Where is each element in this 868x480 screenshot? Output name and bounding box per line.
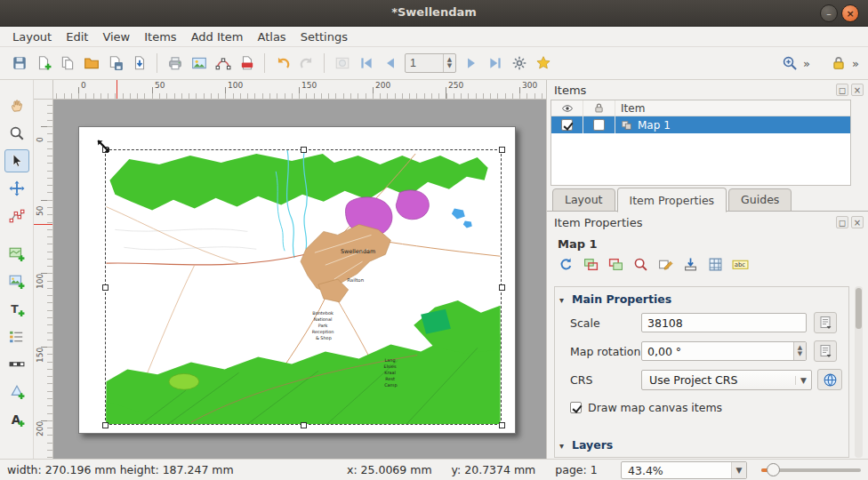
view-map-extent-button[interactable] bbox=[604, 253, 627, 275]
first-feature-button[interactable] bbox=[354, 52, 378, 75]
export-image-button[interactable] bbox=[187, 52, 211, 75]
scale-input[interactable] bbox=[641, 313, 807, 332]
export-pdf-button[interactable] bbox=[235, 52, 259, 75]
crs-combobox[interactable]: Use Project CRS ▼ bbox=[641, 370, 812, 390]
menu-items[interactable]: Items bbox=[137, 28, 183, 46]
atlas-page-input[interactable] bbox=[406, 54, 443, 72]
visibility-checkbox[interactable] bbox=[561, 119, 573, 131]
atlas-settings-button[interactable] bbox=[507, 52, 531, 75]
layout-canvas[interactable]: Swellendam Railton Bontebok National Par… bbox=[53, 100, 546, 459]
properties-scrollbar[interactable] bbox=[855, 286, 863, 458]
rotation-data-defined-button[interactable] bbox=[814, 340, 837, 362]
tab-guides[interactable]: Guides bbox=[728, 188, 792, 212]
ruler-number: 200 bbox=[36, 421, 44, 436]
undo-button[interactable] bbox=[270, 52, 294, 75]
menu-layout[interactable]: Layout bbox=[5, 28, 59, 46]
preview-atlas-button[interactable] bbox=[330, 52, 354, 75]
close-panel-button[interactable]: × bbox=[851, 216, 864, 228]
selection-handle[interactable] bbox=[301, 147, 307, 153]
draw-canvas-items-row[interactable]: Draw map canvas items bbox=[570, 401, 722, 414]
selection-handle[interactable] bbox=[499, 422, 505, 428]
crs-select-button[interactable] bbox=[817, 369, 842, 390]
scrollbar-thumb[interactable] bbox=[856, 288, 862, 329]
lock-checkbox[interactable] bbox=[593, 119, 605, 131]
float-panel-button[interactable]: ◻ bbox=[836, 216, 848, 228]
map-rotation-spinbox[interactable]: ▲▼ bbox=[641, 341, 807, 361]
zoom-slider[interactable] bbox=[761, 461, 861, 479]
set-map-scale-button[interactable] bbox=[629, 253, 652, 275]
ruler-cursor-indicator bbox=[34, 224, 52, 225]
close-button[interactable]: × bbox=[841, 4, 859, 22]
main-properties-section-header[interactable]: Main Properties bbox=[572, 292, 671, 306]
tab-layout[interactable]: Layout bbox=[552, 188, 615, 212]
add-label-button[interactable]: T bbox=[4, 298, 29, 321]
menu-edit[interactable]: Edit bbox=[59, 28, 95, 46]
close-panel-button[interactable]: × bbox=[851, 84, 864, 96]
menu-add-item[interactable]: Add Item bbox=[184, 28, 251, 46]
manage-grids-button[interactable] bbox=[703, 253, 727, 275]
menu-settings[interactable]: Settings bbox=[293, 28, 355, 46]
add-legend-button[interactable] bbox=[4, 325, 29, 348]
spin-arrows-icon[interactable]: ▲▼ bbox=[793, 342, 806, 360]
update-map-preview-button[interactable] bbox=[554, 253, 577, 275]
scale-data-defined-button[interactable] bbox=[814, 312, 837, 333]
layers-section-header[interactable]: Layers bbox=[572, 438, 613, 452]
new-layout-button[interactable] bbox=[31, 52, 55, 75]
labeling-settings-button[interactable]: abc bbox=[728, 253, 751, 275]
set-map-extent-button[interactable] bbox=[579, 253, 602, 275]
zoom-level-combobox[interactable]: 43.4% ▼ bbox=[621, 461, 747, 479]
float-panel-button[interactable]: ◻ bbox=[836, 84, 848, 96]
zoom-in-button[interactable] bbox=[777, 52, 801, 75]
collapse-arrow-icon[interactable]: ▾ bbox=[559, 441, 564, 451]
select-move-item-button[interactable] bbox=[4, 149, 29, 172]
add-scalebar-button[interactable] bbox=[4, 353, 29, 376]
menu-view[interactable]: View bbox=[95, 28, 137, 46]
lock-items-button[interactable] bbox=[826, 52, 850, 75]
items-table-row[interactable]: Map 1 bbox=[551, 116, 850, 133]
ruler-number: 200 bbox=[375, 81, 390, 90]
map-item-preview[interactable]: Swellendam Railton Bontebok National Par… bbox=[105, 149, 502, 425]
save-project-button[interactable] bbox=[7, 52, 31, 75]
toolbar-overflow-button-2[interactable]: » bbox=[850, 57, 861, 70]
export-svg-button[interactable] bbox=[211, 52, 235, 75]
collapse-arrow-icon[interactable]: ▾ bbox=[559, 295, 564, 305]
previous-feature-button[interactable] bbox=[378, 52, 402, 75]
edit-nodes-item-button[interactable] bbox=[4, 204, 29, 228]
slider-thumb[interactable] bbox=[767, 463, 780, 476]
map-rotation-input[interactable] bbox=[641, 341, 807, 361]
export-atlas-button[interactable] bbox=[531, 52, 555, 75]
duplicate-layout-button[interactable] bbox=[55, 52, 79, 75]
zoom-tool-button[interactable] bbox=[4, 122, 29, 145]
redo-button[interactable] bbox=[294, 52, 318, 75]
map-preview-svg: Swellendam Railton Bontebok National Par… bbox=[106, 150, 501, 424]
print-layout-button[interactable] bbox=[163, 52, 187, 75]
titlebar[interactable]: *Swellendam – × bbox=[0, 0, 868, 27]
toolbar-overflow-button[interactable]: » bbox=[801, 57, 812, 70]
add-map-button[interactable] bbox=[4, 243, 29, 266]
import-extent-button[interactable] bbox=[679, 253, 702, 275]
save-as-template-button[interactable] bbox=[103, 52, 127, 75]
add-shape-button[interactable] bbox=[4, 380, 29, 404]
selection-handle[interactable] bbox=[499, 284, 505, 291]
add-attribute-table-button[interactable]: A bbox=[4, 408, 29, 431]
selection-handle[interactable] bbox=[102, 422, 108, 428]
add-picture-button[interactable] bbox=[4, 270, 29, 293]
pan-tool-button[interactable] bbox=[4, 94, 29, 117]
tab-item-properties[interactable]: Item Properties bbox=[617, 188, 727, 212]
draw-canvas-items-checkbox[interactable] bbox=[570, 402, 582, 413]
next-feature-button[interactable] bbox=[459, 52, 483, 75]
item-row-label: Map 1 bbox=[638, 119, 671, 132]
edit-map-extent-button[interactable] bbox=[654, 253, 677, 275]
minimize-button[interactable]: – bbox=[820, 4, 838, 22]
add-items-from-template-button[interactable] bbox=[127, 52, 151, 75]
selection-handle[interactable] bbox=[301, 422, 307, 428]
selection-handle[interactable] bbox=[499, 147, 505, 153]
selection-handle[interactable] bbox=[102, 284, 108, 291]
last-feature-button[interactable] bbox=[483, 52, 507, 75]
move-item-content-button[interactable] bbox=[4, 177, 29, 200]
layout-manager-button[interactable] bbox=[79, 52, 103, 75]
atlas-page-spinbox[interactable]: ▲▼ bbox=[405, 53, 456, 73]
menu-atlas[interactable]: Atlas bbox=[251, 28, 293, 46]
layout-tools-toolbar: T A bbox=[0, 80, 34, 459]
spin-arrows-icon[interactable]: ▲▼ bbox=[443, 54, 455, 72]
